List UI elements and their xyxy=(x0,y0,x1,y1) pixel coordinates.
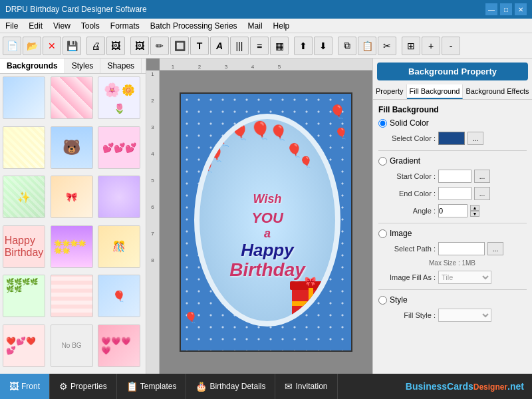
image-fill-dropdown[interactable]: Tile Stretch Center xyxy=(438,271,491,284)
minimize-button[interactable]: — xyxy=(485,3,497,15)
tab-background-effects[interactable]: Background Effects xyxy=(463,84,532,99)
new-button[interactable]: 📄 xyxy=(3,37,21,55)
cut-button[interactable]: ✂ xyxy=(378,37,396,55)
angle-down[interactable]: ▼ xyxy=(470,211,479,217)
bg-thumb-4[interactable] xyxy=(3,126,45,169)
download-button[interactable]: ⬇ xyxy=(314,37,332,55)
angle-row: Angle : ▲ ▼ xyxy=(389,204,527,217)
color-swatch[interactable] xyxy=(438,132,465,145)
text-wish: Wish xyxy=(229,192,305,207)
path-button[interactable]: ... xyxy=(487,242,503,255)
text-button[interactable]: T xyxy=(190,37,209,55)
properties-label: Properties xyxy=(70,382,107,391)
menu-batch[interactable]: Batch Processing Series xyxy=(145,20,243,32)
divider-2 xyxy=(378,223,527,223)
menu-tools[interactable]: Tools xyxy=(76,20,105,32)
bottom-properties-button[interactable]: ⚙ Properties xyxy=(50,374,117,399)
bottom-birthday-details-button[interactable]: 🎂 Birthday Details xyxy=(186,374,275,399)
bottom-invitation-button[interactable]: ✉ Invitation xyxy=(275,374,337,399)
bg-thumb-18[interactable]: 💗💗💗💗 xyxy=(98,325,140,367)
start-color-label: Start Color : xyxy=(389,172,436,180)
draw-button[interactable]: ✏ xyxy=(150,37,169,55)
angle-spinner: ▲ ▼ xyxy=(470,205,479,217)
bg-thumb-16[interactable]: ❤️💕❤️💕 xyxy=(3,325,45,367)
text-birthday: Birthday xyxy=(229,259,305,281)
tab-styles[interactable]: Styles xyxy=(65,59,101,73)
upload-button[interactable]: ⬆ xyxy=(294,37,313,55)
menu-mail[interactable]: Mail xyxy=(243,20,268,32)
birthday-details-label: Birthday Details xyxy=(209,382,265,391)
start-color-input[interactable] xyxy=(438,170,471,183)
zoom-in-button[interactable]: + xyxy=(422,37,440,55)
style-radio[interactable] xyxy=(378,296,387,305)
align-button[interactable]: ≡ xyxy=(250,37,269,55)
menu-formats[interactable]: Formats xyxy=(105,20,145,32)
fill-style-dropdown[interactable] xyxy=(438,309,491,322)
path-input[interactable] xyxy=(438,242,485,255)
bg-thumb-10[interactable]: HappyBirthday xyxy=(3,225,45,268)
menu-edit[interactable]: Edit xyxy=(23,20,48,32)
bg-thumb-1[interactable] xyxy=(3,76,45,119)
print-button[interactable]: 🖨 xyxy=(86,37,105,55)
left-tabs: Backgrounds Styles Shapes xyxy=(0,59,146,74)
gradient-radio[interactable] xyxy=(378,157,387,166)
bg-thumb-13[interactable]: 🌿🌿🌿🌿🌿🌿 xyxy=(3,275,45,317)
angle-up[interactable]: ▲ xyxy=(470,205,479,211)
bottom-templates-button[interactable]: 📋 Templates xyxy=(117,374,187,399)
main-area: Backgrounds Styles Shapes 🌸🌼🌷 🐻 💕💕💕 xyxy=(0,59,532,374)
qr-button[interactable]: ▦ xyxy=(270,37,289,55)
templates-label: Templates xyxy=(140,382,177,391)
bg-thumb-5[interactable]: 🐻 xyxy=(51,126,93,169)
bg-thumb-8[interactable]: 🎀 xyxy=(51,176,93,218)
canvas-area[interactable]: 1 2 3 4 5 1 2 3 4 5 6 7 8 🎈 🎈 🎈 🎈 🎈 xyxy=(146,59,372,374)
print-preview-button[interactable]: 🖼 xyxy=(106,37,125,55)
wordart-button[interactable]: A xyxy=(210,37,229,55)
copy-button[interactable]: ⧉ xyxy=(338,37,356,55)
image-radio[interactable] xyxy=(378,229,387,238)
end-color-button[interactable]: ... xyxy=(474,187,490,200)
invitation-label: Invitation xyxy=(295,382,327,391)
bg-thumb-11[interactable]: 🌟🌟🌟🌟🌟🌟 xyxy=(51,225,93,268)
bg-thumb-7[interactable]: ✨ xyxy=(3,176,45,218)
menu-view[interactable]: View xyxy=(48,20,76,32)
maximize-button[interactable]: □ xyxy=(500,3,512,15)
tab-fill-background[interactable]: Fill Background xyxy=(407,84,464,99)
solid-color-radio[interactable] xyxy=(378,119,387,128)
end-color-input[interactable] xyxy=(438,187,471,200)
text-happy: Happy xyxy=(229,241,305,260)
bg-thumb-14[interactable] xyxy=(51,275,93,317)
menu-file[interactable]: File xyxy=(0,20,23,32)
tab-property[interactable]: Property xyxy=(373,84,407,99)
color-picker-button[interactable]: ... xyxy=(467,132,483,145)
zoom-out-button[interactable]: - xyxy=(442,37,460,55)
bg-thumb-9[interactable] xyxy=(98,176,140,218)
bg-thumb-15[interactable]: 🎈 xyxy=(98,275,140,317)
bg-thumb-2[interactable] xyxy=(51,76,93,119)
card-canvas[interactable]: 🎈 🎈 🎈 🎈 🎈 🎈 🎈 🎈 Wish YOU a Happy Birthda… xyxy=(180,92,352,352)
tab-shapes[interactable]: Shapes xyxy=(100,59,142,73)
birthday-icon: 🎂 xyxy=(196,381,207,392)
select-path-row: Select Path : ... xyxy=(389,242,527,255)
tab-backgrounds[interactable]: Backgrounds xyxy=(0,59,65,73)
balloon-bottom-2: 🎈 xyxy=(216,301,227,311)
fill-bg-title: Fill Background xyxy=(378,105,527,114)
angle-input[interactable] xyxy=(438,204,467,217)
close-button[interactable]: ✕ xyxy=(515,3,527,15)
menu-help[interactable]: Help xyxy=(268,20,295,32)
grid-button[interactable]: ⊞ xyxy=(402,37,420,55)
image-button[interactable]: 🖼 xyxy=(130,37,149,55)
barcode-button[interactable]: ||| xyxy=(230,37,249,55)
start-color-button[interactable]: ... xyxy=(474,170,490,183)
bg-thumb-12[interactable]: 🎊 xyxy=(98,225,140,268)
open-button[interactable]: 📂 xyxy=(23,37,41,55)
select-button[interactable]: 🔲 xyxy=(170,37,189,55)
paste-button[interactable]: 📋 xyxy=(358,37,376,55)
bg-thumb-3[interactable]: 🌸🌼🌷 xyxy=(98,76,140,119)
brand-blue: BusinessCards xyxy=(406,381,473,392)
save-button[interactable]: 💾 xyxy=(63,37,81,55)
close-doc-button[interactable]: ✕ xyxy=(43,37,61,55)
divider-1 xyxy=(378,150,527,151)
bg-thumb-6[interactable]: 💕💕💕 xyxy=(98,126,140,169)
bottom-front-button[interactable]: 🖼 Front xyxy=(0,374,50,399)
bg-thumb-17[interactable]: No BG xyxy=(51,325,93,367)
